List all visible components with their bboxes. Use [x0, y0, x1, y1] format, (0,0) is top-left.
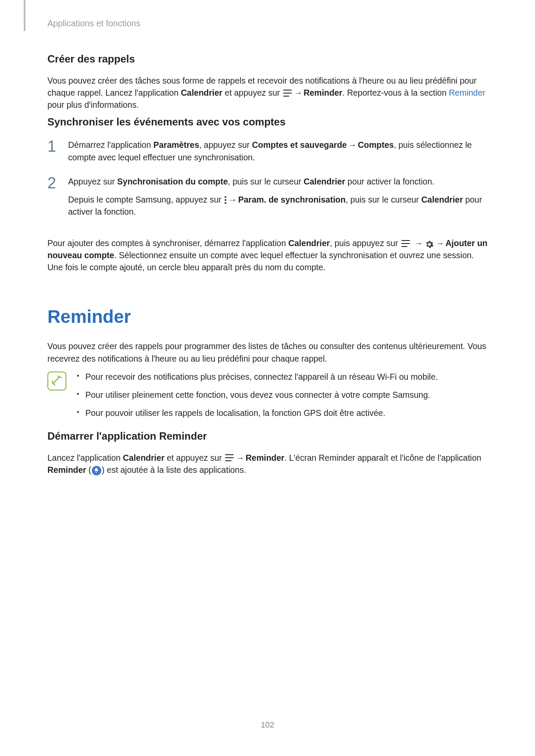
arrow-icon: →: [294, 88, 303, 97]
paragraph-add-accounts: Pour ajouter des comptes à synchroniser,…: [47, 237, 488, 274]
heading-start-reminder: Démarrer l'application Reminder: [47, 429, 488, 444]
heading-create-reminders: Créer des rappels: [47, 52, 488, 67]
step-body: Démarrez l'application Paramètres, appuy…: [68, 139, 488, 166]
menu-item-reminder: Reminder: [246, 453, 285, 462]
page-header: Applications et fonctions: [47, 17, 488, 30]
more-options-icon: [225, 196, 226, 204]
text: , appuyez sur: [199, 140, 252, 150]
app-name-reminder: Reminder: [47, 465, 86, 475]
paragraph-create-reminders: Vous pouvez créer des tâches sous forme …: [47, 75, 488, 111]
menu-icon: [283, 90, 292, 97]
app-name-calendar: Calendrier: [123, 453, 164, 462]
text: . Reportez-vous à la section: [342, 88, 449, 97]
text: . L'écran Reminder apparaît et l'icône d…: [285, 453, 482, 462]
text: , puis sur le curseur: [228, 177, 304, 186]
text: pour plus d'informations.: [47, 100, 139, 109]
note-bullet: Pour pouvoir utiliser les rappels de loc…: [75, 407, 488, 419]
heading-sync-events: Synchroniser les événements avec vos com…: [47, 115, 488, 130]
note-icon: [47, 372, 66, 390]
app-name-settings: Paramètres: [153, 140, 199, 150]
text: (: [86, 465, 91, 475]
reminder-app-icon: [92, 466, 101, 475]
menu-item-reminder: Reminder: [303, 88, 342, 97]
gear-icon: [425, 240, 434, 248]
text: ) est ajoutée à la liste des application…: [102, 465, 246, 475]
breadcrumb: Applications et fonctions: [47, 17, 488, 30]
menu-icon: [225, 454, 234, 461]
step-body: Appuyez sur Synchronisation du compte, p…: [68, 175, 488, 221]
arrow-icon: →: [236, 453, 244, 462]
page-number: 102: [0, 719, 535, 731]
menu-item-sync-params: Param. de synchronisation: [238, 195, 345, 204]
menu-item-accounts-backup: Comptes et sauvegarde: [252, 140, 347, 150]
step-subtext: Depuis le compte Samsung, appuyez sur →P…: [68, 194, 488, 218]
toggle-calendar: Calendrier: [421, 195, 463, 204]
text: pour activer la fonction.: [345, 177, 435, 186]
step-2: 2 Appuyez sur Synchronisation du compte,…: [47, 175, 488, 221]
note-bullet: Pour recevoir des notifications plus pré…: [75, 371, 488, 383]
text: Lancez l'application: [47, 453, 123, 462]
menu-item-accounts: Comptes: [358, 140, 394, 150]
link-reminder-section[interactable]: Reminder: [449, 88, 485, 97]
text: , puis sur le curseur: [346, 195, 422, 204]
text: et appuyez sur: [164, 453, 224, 462]
arrow-icon: →: [348, 140, 357, 150]
arrow-icon: →: [436, 238, 444, 248]
step-text: Appuyez sur Synchronisation du compte, p…: [68, 175, 488, 187]
menu-item-account-sync: Synchronisation du compte: [117, 177, 228, 186]
info-note: Pour recevoir des notifications plus pré…: [47, 371, 488, 425]
step-1: 1 Démarrez l'application Paramètres, app…: [47, 139, 488, 166]
text: Pour ajouter des comptes à synchroniser,…: [47, 238, 288, 248]
text: Démarrez l'application: [68, 140, 153, 150]
toggle-calendar: Calendrier: [303, 177, 345, 186]
note-list: Pour recevoir des notifications plus pré…: [75, 371, 488, 425]
step-number: 2: [47, 175, 60, 191]
arrow-icon: →: [228, 195, 237, 204]
header-accent-bar: [24, 0, 25, 31]
menu-icon: [401, 240, 410, 247]
step-number: 1: [47, 139, 60, 154]
text: Appuyez sur: [68, 177, 117, 186]
text: , puis appuyez sur: [330, 238, 400, 248]
paragraph-reminder-intro: Vous pouvez créer des rappels pour progr…: [47, 340, 488, 365]
note-bullet: Pour utiliser pleinement cette fonction,…: [75, 389, 488, 401]
arrow-icon: →: [414, 238, 423, 248]
paragraph-start-reminder: Lancez l'application Calendrier et appuy…: [47, 452, 488, 476]
text: et appuyez sur: [222, 88, 282, 97]
app-name-calendar: Calendrier: [181, 88, 222, 97]
heading-reminder: Reminder: [47, 304, 488, 330]
step-text: Démarrez l'application Paramètres, appuy…: [68, 139, 488, 163]
app-name-calendar: Calendrier: [288, 238, 330, 248]
text: Depuis le compte Samsung, appuyez sur: [68, 195, 224, 204]
